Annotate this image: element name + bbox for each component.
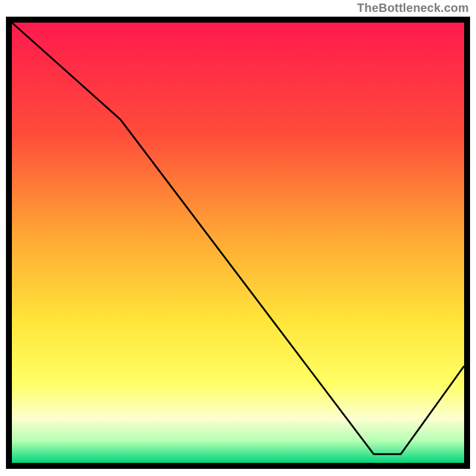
bottleneck-chart bbox=[6, 17, 470, 469]
chart-container: TheBottleneck.com bbox=[0, 0, 476, 476]
attribution-label: TheBottleneck.com bbox=[357, 1, 469, 15]
chart-background bbox=[12, 23, 464, 463]
